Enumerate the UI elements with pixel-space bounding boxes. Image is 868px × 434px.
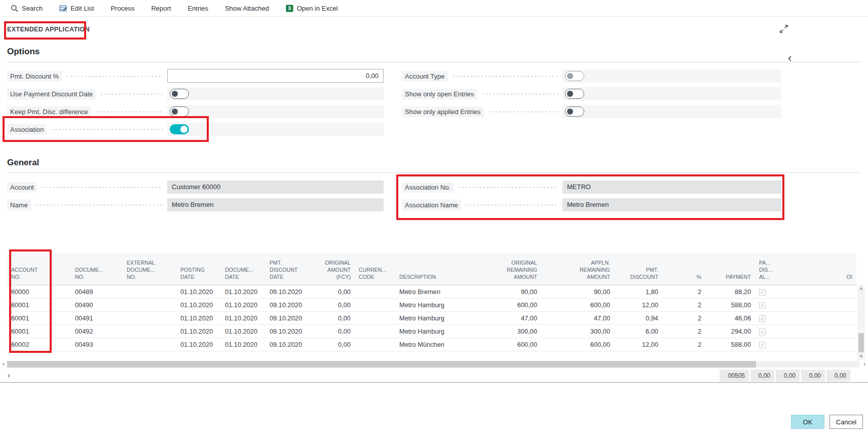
cell-payment[interactable]: 588,00 [705,338,755,351]
col-header-external-document-no[interactable]: EXTERNAL DOCUME... NO. [123,254,176,285]
cell-original-remaining-amount[interactable]: 90,00 [479,285,541,298]
cell-pmt-disc-allowed[interactable]: ✓ [755,311,790,324]
cell-account-no[interactable]: 60002 [7,338,51,351]
cell-document-no[interactable]: 00489 [71,285,123,298]
col-header-percent[interactable]: % [662,254,705,285]
col-header-pmt-disc-allowed[interactable]: PA... DIS... AL... [755,254,790,285]
cell-original-remaining-amount[interactable]: 600,00 [479,338,541,351]
cell-external-document-no[interactable] [123,324,176,338]
pmt-disc-allowed-checkbox[interactable]: ✓ [759,289,766,296]
cell-pmt-discount-date[interactable]: 09.10.2020 [266,311,314,324]
cell-account-no[interactable]: 60001 [7,324,51,338]
cell-pmt-disc-allowed[interactable]: ✓ [755,324,790,338]
cell-percent[interactable]: 2 [662,298,705,311]
expand-row-icon[interactable]: › [8,371,10,379]
col-header-payment[interactable]: PAYMENT [705,254,755,285]
cell-external-document-no[interactable] [123,311,176,324]
col-header-original-remaining-amount[interactable]: ORIGINAL REMAINING AMOUNT [479,254,541,285]
cell-currency-code[interactable] [355,324,395,338]
scroll-up-icon[interactable]: ∧ [857,285,865,293]
association-no-value[interactable]: METRO [562,180,781,194]
cell-appln-remaining-amount[interactable]: 600,00 [541,298,614,311]
ok-button[interactable]: OK [791,415,824,429]
cell-selection-spacer[interactable] [51,311,71,324]
cell-currency-code[interactable] [355,311,395,324]
grid-vertical-scrollbar[interactable]: ∧ ∨ [857,285,865,360]
cell-percent[interactable]: 2 [662,285,705,298]
cell-original-amount-fcy[interactable]: 0,00 [314,324,355,338]
cell-posting-date[interactable]: 01.10.2020 [176,285,221,298]
horizontal-scroll-track[interactable] [7,361,860,368]
col-header-posting-date[interactable]: POSTING DATE [176,254,221,285]
pmt-discount-pct-input[interactable] [167,69,384,83]
action-show-attached[interactable]: Show Attached [225,5,269,12]
cell-original-amount-fcy[interactable]: 0,00 [314,298,355,311]
cell-pmt-discount[interactable]: 0,94 [614,311,662,324]
name-value[interactable]: Metro Bremen [167,198,384,211]
cell-original-amount-fcy[interactable]: 0,00 [314,311,355,324]
cell-currency-code[interactable] [355,298,395,311]
cell-document-no[interactable]: 00492 [71,324,123,338]
cell-selection-spacer[interactable] [51,298,71,311]
vertical-scroll-thumb[interactable] [858,333,864,352]
cell-account-no[interactable]: 60000 [7,285,51,298]
cell-payment[interactable]: 588,00 [705,298,755,311]
cell-appln-remaining-amount[interactable]: 600,00 [541,338,614,351]
cell-document-date[interactable]: 01.10.2020 [221,311,266,324]
col-header-pmt-discount[interactable]: PMT. DISCOUNT [614,254,662,285]
cell-original-amount-fcy[interactable]: 0,00 [314,338,355,351]
col-header-selection-spacer[interactable] [51,254,71,285]
cell-posting-date[interactable]: 01.10.2020 [176,298,221,311]
expand-page-icon[interactable] [779,24,789,36]
association-name-value[interactable]: Metro Bremen [562,198,781,211]
grid-horizontal-scrollbar[interactable]: ‹ › [0,360,868,369]
cell-pmt-discount-date[interactable]: 09.10.2020 [266,338,314,351]
cell-account-no[interactable]: 60001 [7,311,51,324]
cell-external-document-no[interactable] [123,298,176,311]
pmt-disc-allowed-checkbox[interactable]: ✓ [759,302,766,309]
cell-description[interactable]: Metro Bremen [395,285,479,298]
cell-description[interactable]: Metro Hamburg [395,298,479,311]
cell-percent[interactable]: 2 [662,338,705,351]
cell-payment[interactable]: 294,00 [705,324,755,338]
cell-pmt-disc-allowed[interactable]: ✓ [755,298,790,311]
show-only-open-entries-toggle[interactable] [565,89,584,99]
cell-pmt-disc-allowed[interactable]: ✓ [755,285,790,298]
cell-description[interactable]: Metro Hamburg [395,311,479,324]
cell-pmt-discount[interactable]: 6,00 [614,324,662,338]
cell-percent[interactable]: 2 [662,324,705,338]
cell-document-date[interactable]: 01.10.2020 [221,298,266,311]
cell-percent[interactable]: 2 [662,311,705,324]
cancel-button[interactable]: Cancel [829,415,863,429]
cell-pmt-discount[interactable]: 1,80 [614,285,662,298]
cell-clipped-column[interactable] [790,285,856,298]
account-value[interactable]: Customer 60000 [167,180,384,194]
cell-external-document-no[interactable] [123,338,176,351]
cell-original-remaining-amount[interactable]: 300,00 [479,324,541,338]
action-edit-list[interactable]: Edit List [59,5,94,12]
cell-clipped-column[interactable] [790,324,856,338]
cell-document-no[interactable]: 00490 [71,298,123,311]
show-only-applied-entries-toggle[interactable] [565,106,584,117]
cell-appln-remaining-amount[interactable]: 47,00 [541,311,614,324]
cell-appln-remaining-amount[interactable]: 300,00 [541,324,614,338]
scroll-left-icon[interactable]: ‹ [0,360,7,369]
col-header-clipped-column[interactable]: OI [790,254,856,285]
scroll-right-icon[interactable]: › [861,360,868,369]
account-type-toggle[interactable] [565,71,584,81]
action-entries[interactable]: Entries [187,5,208,12]
cell-appln-remaining-amount[interactable]: 90,00 [541,285,614,298]
cell-payment[interactable]: 88,20 [705,285,755,298]
pmt-disc-allowed-checkbox[interactable]: ✓ [759,329,766,335]
cell-document-date[interactable]: 01.10.2020 [221,324,266,338]
options-section-heading[interactable]: Options [7,47,40,57]
col-header-original-amount-fcy[interactable]: ORIGINAL AMOUNT (FCY) [314,254,355,285]
cell-posting-date[interactable]: 01.10.2020 [176,311,221,324]
col-header-account-no[interactable]: ACCOUNT NO. [7,254,51,285]
keep-pmt-disc-difference-toggle[interactable] [170,106,189,117]
cell-external-document-no[interactable] [123,285,176,298]
cell-pmt-discount[interactable]: 12,00 [614,338,662,351]
cell-posting-date[interactable]: 01.10.2020 [176,338,221,351]
col-header-appln-remaining-amount[interactable]: APPLN. REMAINING AMOUNT [541,254,614,285]
general-section-heading[interactable]: General [7,158,39,168]
